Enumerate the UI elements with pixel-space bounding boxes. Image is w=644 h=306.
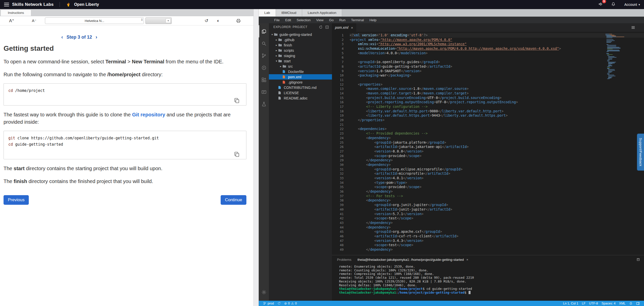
editor-line-39[interactable]: <groupId>org.junit.jupiter</groupId> <box>350 203 644 207</box>
account-menu[interactable]: Account ▾ <box>624 3 640 7</box>
editor-line-10[interactable]: <packaging>war</packaging> <box>350 73 644 78</box>
activity-remote-button[interactable] <box>259 86 269 98</box>
minimap[interactable] <box>605 34 633 80</box>
editor-line-34[interactable]: <type>pom</type> <box>350 181 644 185</box>
editor-line-26[interactable]: <artifactId>jakarta.jakartaee-api</artif… <box>350 145 644 149</box>
editor-line-25[interactable]: <groupId>jakarta.platform</groupId> <box>350 140 644 145</box>
editor-line-22[interactable]: <dependencies> <box>350 127 644 131</box>
tree-item-github[interactable]: ▸.github <box>269 37 332 42</box>
problems-indicator[interactable]: ⊘0 ⚠0 <box>282 301 299 306</box>
menu-file[interactable]: File <box>271 18 282 22</box>
editor-line-45[interactable]: <groupId>org.apache.cxf</groupId> <box>350 230 644 234</box>
editor-line-6[interactable] <box>350 55 644 60</box>
editor-line-23[interactable]: <!-- Provided dependencies --> <box>350 131 644 136</box>
editor-line-36[interactable]: </dependency> <box>350 189 644 194</box>
ide-tab-ibmcloud[interactable]: IBMCloud <box>276 9 302 16</box>
toolbar-secondary-select[interactable]: ▾ <box>145 17 172 24</box>
indentation-indicator[interactable]: Spaces: 4 <box>600 301 617 306</box>
menu-selection[interactable]: Selection <box>294 18 314 22</box>
tree-item-contributing-md[interactable]: CONTRIBUTING.md <box>269 85 332 90</box>
editor-line-46[interactable]: <artifactId>cxf-rt-rs-client</artifactId… <box>350 234 644 239</box>
sync-button[interactable] <box>276 301 282 306</box>
menu-run[interactable]: Run <box>337 18 348 22</box>
editor-line-42[interactable]: <scope>test</scope> <box>350 216 644 221</box>
editor-line-28[interactable]: <scope>provided</scope> <box>350 154 644 158</box>
contrast-icon[interactable]: ◐ <box>217 18 220 23</box>
editor-line-33[interactable]: <version>4.0.1</version> <box>350 176 644 181</box>
font-decrease-button[interactable]: A⁻ <box>32 18 36 23</box>
panel-tab-terminal-session[interactable]: theia@theiadocker-jakubpomyka1: /home/pr… <box>354 258 471 262</box>
activity-test-flask-button[interactable] <box>259 98 269 110</box>
step-next-button[interactable]: › <box>96 34 97 40</box>
git-repository-link[interactable]: Git repository <box>132 112 165 117</box>
eol-indicator[interactable]: LF <box>580 301 587 306</box>
editor-line-31[interactable]: <groupId>org.eclipse.microprofile</group… <box>350 167 644 172</box>
editor-line-40[interactable]: <artifactId>junit-jupiter</artifactId> <box>350 207 644 212</box>
editor-line-19[interactable]: <liberty.var.default.https.port>9443</li… <box>350 113 644 118</box>
close-icon[interactable]: × <box>466 258 468 262</box>
tree-item-start[interactable]: ▾start <box>269 58 332 64</box>
continue-button[interactable]: Continue <box>221 195 246 205</box>
activity-source-control-button[interactable] <box>259 49 269 62</box>
undo-icon[interactable]: ↺ <box>204 18 208 23</box>
editor-line-30[interactable]: <dependency> <box>350 163 644 167</box>
editor-line-48[interactable]: <scope>test</scope> <box>350 243 644 247</box>
layout-toggle-button[interactable] <box>634 301 641 306</box>
copy-button[interactable] <box>234 97 240 104</box>
editor-line-32[interactable]: <artifactId>microprofile</artifactId> <box>350 171 644 176</box>
activity-explorer-button[interactable] <box>259 25 269 37</box>
editor-line-38[interactable]: <dependency> <box>350 198 644 203</box>
git-branch-indicator[interactable]: prod <box>261 301 276 306</box>
editor-line-49[interactable]: </dependency> <box>350 247 644 252</box>
editor-line-15[interactable]: <project.build.sourceEncoding>UTF-8</pro… <box>350 96 644 100</box>
maximize-panel-icon[interactable] <box>636 258 640 261</box>
editor-line-16[interactable]: <project.reporting.outputEncoding>UTF-8<… <box>350 100 644 105</box>
editor-line-5[interactable]: <modelVersion>4.0.0</modelVersion> <box>350 51 644 56</box>
ide-tab-launch-application[interactable]: Launch Application <box>302 9 342 16</box>
menu-edit[interactable]: Edit <box>282 18 294 22</box>
editor-line-21[interactable] <box>350 122 644 127</box>
editor-line-9[interactable]: <version>1.0-SNAPSHOT</version> <box>350 69 644 73</box>
terminal[interactable]: remote: Enumerating objects: 2539, done.… <box>332 264 644 301</box>
language-indicator[interactable]: XML <box>617 301 627 306</box>
menu-go[interactable]: Go <box>326 18 337 22</box>
tree-item-readme-adoc[interactable]: README.adoc <box>269 95 332 101</box>
font-increase-button[interactable]: A⁺ <box>9 18 14 23</box>
menu-view[interactable]: View <box>314 18 326 22</box>
editor-line-47[interactable]: <version>3.4.3</version> <box>350 239 644 243</box>
code-editor[interactable]: 1234567891011121314151617181920212223242… <box>332 32 644 255</box>
editor-line-4[interactable]: xsi:schemaLocation="http://maven.apache.… <box>350 46 644 51</box>
editor-line-1[interactable]: <?xml version='1.0' encoding='utf-8'?> <box>350 33 644 38</box>
editor-line-11[interactable] <box>350 78 644 82</box>
tree-item-staging[interactable]: ▸staging <box>269 53 332 58</box>
menu-help[interactable]: Help <box>367 18 379 22</box>
step-prev-button[interactable]: ‹ <box>61 34 63 40</box>
notifications-button[interactable] <box>611 2 616 8</box>
tree-item-src[interactable]: ▸src <box>269 64 332 69</box>
panel-splitter[interactable] <box>253 9 259 306</box>
font-family-select[interactable]: Helvetica N... ▴▾ <box>45 17 144 24</box>
announcements-button[interactable]: 9 <box>598 2 603 8</box>
encoding-indicator[interactable]: UTF-8 <box>587 301 600 306</box>
editor-line-43[interactable]: </dependency> <box>350 221 644 225</box>
tree-item-scripts[interactable]: ▸scripts <box>269 48 332 53</box>
editor-more-actions-icon[interactable] <box>631 25 635 30</box>
editor-line-35[interactable]: <scope>provided</scope> <box>350 185 644 189</box>
activity-debug-button[interactable] <box>259 62 269 74</box>
editor-line-2[interactable]: <project xmlns="http://maven.apache.org/… <box>350 38 644 42</box>
tree-item-dockerfile[interactable]: Dockerfile <box>269 69 332 74</box>
editor-line-13[interactable]: <maven.compiler.source>1.8</maven.compil… <box>350 87 644 91</box>
tree-item-finish[interactable]: ▸finish <box>269 42 332 48</box>
editor-line-18[interactable]: <liberty.var.default.http.port>9080</lib… <box>350 109 644 114</box>
notifications-bell-button[interactable] <box>627 301 634 306</box>
tree-item-gitignore[interactable]: .gitignore <box>269 80 332 85</box>
tree-item-guide-getting-started[interactable]: ▾guide-getting-started <box>269 32 332 37</box>
editor-line-12[interactable]: <properties> <box>350 82 644 87</box>
editor-tab-pom-xml[interactable]: pom.xml × <box>332 23 356 32</box>
activity-extensions-button[interactable] <box>259 74 269 86</box>
editor-line-8[interactable]: <artifactId>guide-getting-started</artif… <box>350 64 644 69</box>
collapse-all-icon[interactable] <box>325 25 329 29</box>
editor-line-3[interactable]: xmlns:xsi="http://www.w3.org/2001/XMLSch… <box>350 42 644 46</box>
cursor-position[interactable]: Ln 1, Col 1 <box>561 301 580 306</box>
editor-line-24[interactable]: <dependency> <box>350 136 644 140</box>
